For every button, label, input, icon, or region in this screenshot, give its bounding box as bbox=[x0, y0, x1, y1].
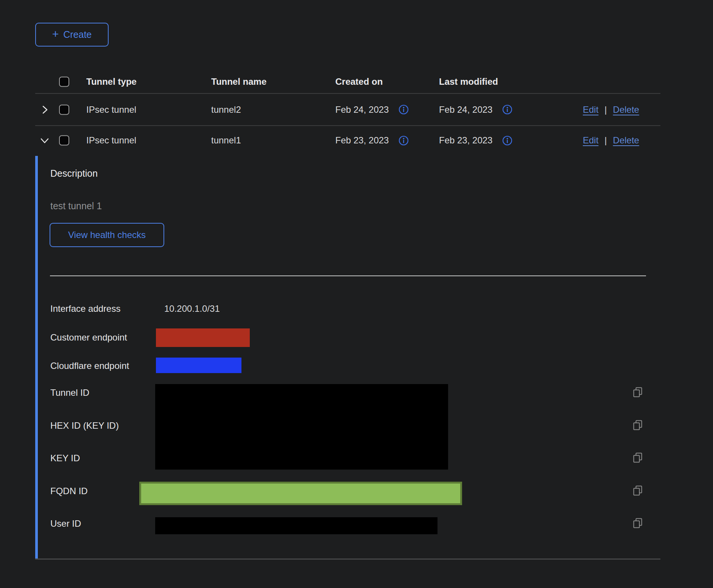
created-on-value: Feb 23, 2023 bbox=[335, 135, 389, 146]
hex-id-label: HEX ID (KEY ID) bbox=[50, 420, 119, 431]
info-icon[interactable] bbox=[502, 135, 512, 146]
interface-address-value: 10.200.1.0/31 bbox=[164, 303, 220, 314]
plus-icon: + bbox=[52, 28, 59, 40]
row-actions: Edit | Delete bbox=[583, 135, 639, 146]
description-value: test tunnel 1 bbox=[50, 201, 102, 212]
last-modified-value: Feb 23, 2023 bbox=[439, 135, 492, 146]
row-checkbox[interactable] bbox=[59, 104, 69, 115]
table-row: IPsec tunnel tunnel2 Feb 24, 2023 Feb 24… bbox=[35, 93, 662, 126]
last-modified-cell: Feb 23, 2023 bbox=[439, 135, 512, 146]
tunnel-type-cell: IPsec tunnel bbox=[86, 104, 136, 115]
copy-fqdn-id-button[interactable] bbox=[631, 484, 644, 497]
expanded-row-indicator-bar bbox=[35, 156, 38, 559]
cloudflare-endpoint-redaction bbox=[156, 358, 241, 373]
edit-link[interactable]: Edit bbox=[583, 104, 598, 115]
fqdn-id-label: FQDN ID bbox=[50, 486, 88, 496]
chevron-down-icon[interactable] bbox=[39, 135, 50, 146]
tunnel-type-cell: IPsec tunnel bbox=[86, 135, 136, 146]
copy-user-id-button[interactable] bbox=[631, 517, 644, 530]
table-row: IPsec tunnel tunnel1 Feb 23, 2023 Feb 23… bbox=[35, 126, 662, 155]
user-id-redaction bbox=[155, 517, 437, 534]
header-last-modified: Last modified bbox=[439, 76, 498, 87]
copy-hex-id-button[interactable] bbox=[631, 419, 644, 432]
ids-redaction bbox=[155, 384, 448, 470]
tunnel-id-label: Tunnel ID bbox=[50, 387, 89, 398]
user-id-label: User ID bbox=[50, 518, 81, 529]
fqdn-id-redaction bbox=[139, 482, 462, 505]
edit-link[interactable]: Edit bbox=[583, 135, 598, 146]
cloudflare-endpoint-label: Cloudflare endpoint bbox=[50, 361, 129, 371]
description-label: Description bbox=[50, 168, 98, 179]
created-on-cell: Feb 24, 2023 bbox=[335, 104, 409, 115]
info-icon[interactable] bbox=[399, 104, 409, 115]
created-on-value: Feb 24, 2023 bbox=[335, 104, 389, 115]
tunnel-detail-panel: Description test tunnel 1 View health ch… bbox=[35, 156, 662, 559]
customer-endpoint-label: Customer endpoint bbox=[50, 332, 127, 343]
last-modified-cell: Feb 24, 2023 bbox=[439, 104, 512, 115]
chevron-right-icon[interactable] bbox=[39, 104, 50, 115]
view-health-checks-label: View health checks bbox=[68, 230, 146, 240]
header-created-on: Created on bbox=[335, 76, 383, 87]
info-icon[interactable] bbox=[399, 135, 409, 146]
tunnel-name-cell: tunnel2 bbox=[211, 104, 241, 115]
header-tunnel-name: Tunnel name bbox=[211, 76, 266, 87]
header-tunnel-type: Tunnel type bbox=[86, 76, 137, 87]
delete-link[interactable]: Delete bbox=[613, 104, 639, 115]
create-button-label: Create bbox=[63, 29, 92, 40]
select-all-checkbox[interactable] bbox=[59, 77, 69, 87]
actions-separator: | bbox=[604, 104, 607, 115]
last-modified-value: Feb 24, 2023 bbox=[439, 104, 492, 115]
actions-separator: | bbox=[604, 135, 607, 146]
row-actions: Edit | Delete bbox=[583, 104, 639, 115]
interface-address-label: Interface address bbox=[50, 303, 120, 314]
panel-bottom-divider bbox=[35, 558, 660, 560]
created-on-cell: Feb 23, 2023 bbox=[335, 135, 409, 146]
copy-tunnel-id-button[interactable] bbox=[631, 386, 644, 399]
tunnel-name-cell: tunnel1 bbox=[211, 135, 241, 146]
create-button[interactable]: + Create bbox=[35, 23, 109, 47]
info-icon[interactable] bbox=[502, 104, 512, 115]
table-header-row: Tunnel type Tunnel name Created on Last … bbox=[35, 70, 662, 93]
key-id-label: KEY ID bbox=[50, 453, 80, 464]
copy-key-id-button[interactable] bbox=[631, 451, 644, 464]
section-divider bbox=[50, 275, 646, 276]
row-checkbox[interactable] bbox=[59, 135, 69, 146]
customer-endpoint-redaction bbox=[156, 328, 250, 347]
delete-link[interactable]: Delete bbox=[613, 135, 639, 146]
view-health-checks-button[interactable]: View health checks bbox=[50, 223, 164, 247]
